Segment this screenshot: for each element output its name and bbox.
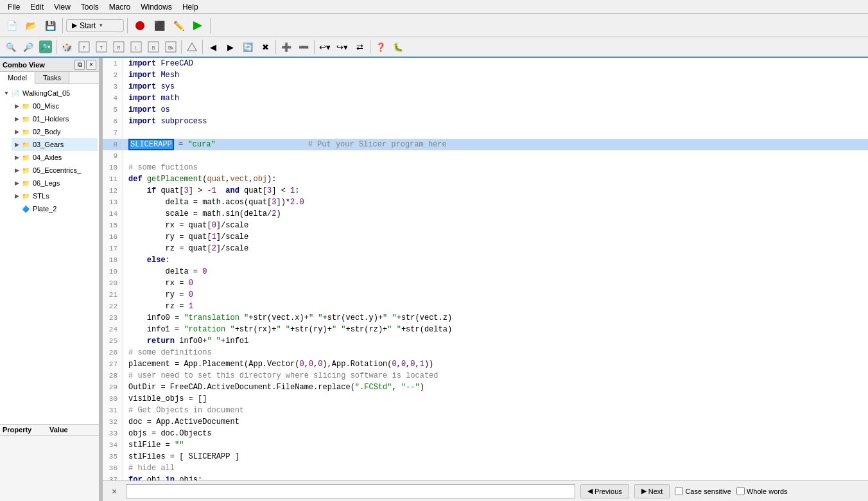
undo-dropdown[interactable]: ↩▾ [317, 39, 333, 55]
line-15: 15 rx = quat[0]/scale [103, 220, 868, 231]
tree-item-05eccentrics[interactable]: ▶ 📁 05_Eccentrics_ [12, 164, 98, 177]
find-close-button[interactable]: × [108, 485, 121, 498]
tree-item-stls[interactable]: ▶ 📁 STLs [12, 189, 98, 202]
code-editor[interactable]: 1 import FreeCAD 2 import Mesh 3 import … [103, 58, 868, 480]
tree-item-00misc[interactable]: ▶ 📁 00_Misc [12, 100, 98, 112]
line-19: 19 delta = 0 [103, 266, 868, 277]
close-panel-button[interactable]: × [86, 60, 96, 70]
view-left[interactable]: L [128, 39, 144, 55]
find-input[interactable] [126, 484, 575, 498]
redo-dropdown[interactable]: ↪▾ [334, 39, 351, 55]
view-back[interactable]: Bk [162, 39, 179, 55]
sep-t2-4 [275, 40, 276, 54]
tab-tasks[interactable]: Tasks [35, 72, 69, 84]
refresh-button[interactable]: 🔄 [239, 39, 256, 55]
label-00misc: 00_Misc [33, 102, 59, 110]
line-4: 4 import math [103, 92, 868, 104]
folder-icon-06legs: 📁 [21, 178, 31, 188]
menu-view[interactable]: View [49, 1, 76, 13]
toolbar2: 🔍 🔎 🔎▾ 🎲 F T R L B Bk ◀ ▶ 🔄 ✖ ➕ ➖ ↩▾ ↪▾ … [0, 37, 868, 58]
line-28: 28 # user need to set this directory whe… [103, 370, 868, 382]
whole-words-checkbox[interactable] [736, 487, 745, 495]
help-button[interactable]: ❓ [372, 39, 389, 55]
nav-forward-button[interactable]: ▶ [222, 39, 239, 55]
zoom-fit-button[interactable]: 🔍 [3, 39, 19, 55]
tree-item-02body[interactable]: ▶ 📁 02_Body [12, 125, 98, 138]
menu-edit[interactable]: Edit [25, 1, 49, 13]
tree-item-04axles[interactable]: ▶ 📁 04_Axles [12, 151, 98, 164]
stop-button[interactable] [131, 17, 149, 35]
arrow-03gears: ▶ [13, 141, 21, 148]
menu-file[interactable]: File [3, 1, 25, 13]
toolbar1: 📄 📂 💾 ▶ Start ▼ ⬛ ✏️ [0, 14, 868, 37]
line-33: 33 objs = doc.Objects [103, 428, 868, 439]
folder-icon-00misc: 📁 [21, 101, 31, 111]
tree-root: ▼ 📄 WalkingCat_05 ▶ 📁 00_Misc ▶ 📁 01_Hol… [0, 84, 99, 218]
line-35: 35 stlFiles = [ SLICERAPP ] [103, 451, 868, 462]
prev-arrow-icon: ◀ [587, 487, 593, 495]
label-04axles: 04_Axles [33, 154, 62, 161]
sep-t2-5 [314, 40, 315, 54]
float-button[interactable]: ⧉ [74, 60, 85, 70]
root-arrow: ▼ [3, 90, 10, 96]
label-03gears: 03_Gears [33, 141, 64, 148]
view-top[interactable]: T [93, 39, 110, 55]
line-13: 13 delta = math.acos(quat[3])*2.0 [103, 197, 868, 208]
tab-model[interactable]: Model [0, 72, 35, 84]
line-9: 9 [103, 150, 868, 162]
line-7: 7 [103, 127, 868, 139]
start-dropdown-arrow: ▼ [98, 22, 103, 28]
perspective-button[interactable] [184, 39, 200, 55]
main-area: Combo View ⧉ × Model Tasks ▼ 📄 WalkingCa… [0, 58, 868, 501]
macro-edit-button[interactable]: ✏️ [169, 17, 187, 35]
combo-header: Combo View ⧉ × [0, 58, 99, 72]
open-button[interactable]: 📂 [22, 17, 40, 35]
zoom-dropdown[interactable]: 🔎▾ [37, 39, 54, 55]
tree-root-item[interactable]: ▼ 📄 WalkingCat_05 [1, 87, 98, 100]
start-dropdown[interactable]: ▶ Start ▼ [66, 19, 124, 32]
menu-macro[interactable]: Macro [104, 1, 135, 13]
view-bottom[interactable]: B [145, 39, 162, 55]
tree-item-06legs[interactable]: ▶ 📁 06_Legs [12, 177, 98, 189]
view-3d-button[interactable]: 🎲 [58, 39, 75, 55]
line-25: 25 return info0+" "+info1 [103, 335, 868, 347]
menu-help[interactable]: Help [177, 1, 204, 13]
next-button[interactable]: ▶ Next [634, 484, 670, 498]
tree-area[interactable]: ▼ 📄 WalkingCat_05 ▶ 📁 00_Misc ▶ 📁 01_Hol… [0, 84, 99, 424]
root-icon: 📄 [10, 88, 21, 98]
whole-words-check[interactable]: Whole words [736, 487, 788, 495]
run-button[interactable] [189, 17, 207, 35]
line-1: 1 import FreeCAD [103, 58, 868, 69]
line-34: 34 stlFile = "" [103, 439, 868, 451]
sep-t2-3 [202, 40, 203, 54]
tree-item-plate2[interactable]: 🔷 Plate_2 [12, 202, 98, 215]
nav-back-button[interactable]: ◀ [205, 39, 221, 55]
zoom-sel-button[interactable]: 🔎 [20, 39, 37, 55]
new-button[interactable]: 📄 [3, 17, 21, 35]
case-sensitive-check[interactable]: Case sensitive [675, 487, 731, 495]
save-button[interactable]: 💾 [41, 17, 59, 35]
line-6: 6 import subprocess [103, 116, 868, 127]
line-2: 2 import Mesh [103, 69, 868, 81]
bug-button[interactable]: 🐛 [390, 39, 406, 55]
arrow-stls: ▶ [13, 193, 21, 199]
case-sensitive-checkbox[interactable] [675, 487, 683, 495]
folder-icon-01holders: 📁 [21, 114, 31, 124]
arrow-06legs: ▶ [13, 180, 21, 186]
add-button[interactable]: ➕ [278, 39, 295, 55]
label-plate2: Plate_2 [33, 205, 56, 213]
view-right[interactable]: R [110, 39, 127, 55]
menu-windows[interactable]: Windows [135, 1, 177, 13]
line-20: 20 rx = 0 [103, 277, 868, 289]
tree-item-01holders[interactable]: ▶ 📁 01_Holders [12, 112, 98, 125]
svg-text:F: F [83, 46, 85, 50]
pause-button[interactable]: ⬛ [150, 17, 168, 35]
previous-button[interactable]: ◀ Previous [580, 484, 629, 498]
view-front[interactable]: F [76, 39, 92, 55]
stop-nav-button[interactable]: ✖ [257, 39, 273, 55]
minus-button[interactable]: ➖ [295, 39, 312, 55]
tree-item-03gears[interactable]: ▶ 📁 03_Gears [12, 138, 98, 151]
code-lines: 1 import FreeCAD 2 import Mesh 3 import … [103, 58, 868, 480]
menu-tools[interactable]: Tools [76, 1, 104, 13]
sync-button[interactable]: ⇄ [351, 39, 368, 55]
